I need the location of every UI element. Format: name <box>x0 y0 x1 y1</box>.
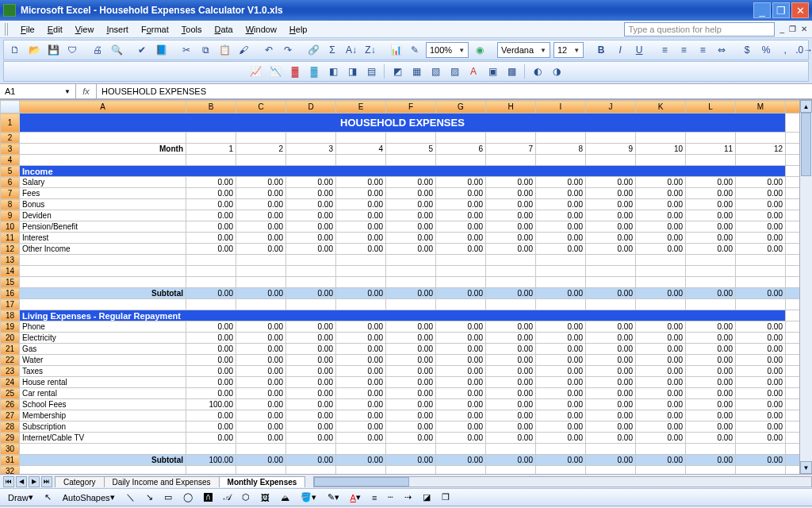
help-search-input[interactable]: Type a question for help <box>624 22 775 37</box>
row-header-3[interactable]: 3 <box>1 144 20 155</box>
living1-val[interactable]: 0.00 <box>736 421 786 433</box>
month-2[interactable]: 2 <box>236 144 286 155</box>
living1-val[interactable]: 0.00 <box>186 333 236 344</box>
row-header-24[interactable]: 24 <box>1 377 20 388</box>
income-val[interactable]: 0.00 <box>586 244 636 255</box>
income-subtotal-val[interactable]: 0.00 <box>486 288 536 299</box>
tab-category[interactable]: Category <box>55 476 105 487</box>
income-val[interactable]: 0.00 <box>236 188 286 199</box>
living1-val[interactable]: 0.00 <box>686 410 736 421</box>
living1-val[interactable]: 0.00 <box>186 344 236 355</box>
month-10[interactable]: 10 <box>636 144 686 155</box>
underline-icon[interactable]: U <box>631 42 647 58</box>
cell[interactable] <box>336 299 386 310</box>
living1-subtotal-val[interactable]: 0.00 <box>686 455 736 466</box>
income-val[interactable]: 0.00 <box>586 221 636 233</box>
living1-val[interactable]: 0.00 <box>586 388 636 399</box>
italic-icon[interactable]: I <box>612 42 628 58</box>
living1-val[interactable]: 0.00 <box>486 410 536 421</box>
cell[interactable] <box>336 133 386 144</box>
cell[interactable] <box>386 255 436 266</box>
living1-val[interactable]: 0.00 <box>386 344 436 355</box>
picture-icon[interactable]: ⛰ <box>278 491 293 505</box>
income-val[interactable]: 0.00 <box>536 244 586 255</box>
income-val[interactable]: 0.00 <box>336 244 386 255</box>
living1-val[interactable]: 0.00 <box>636 388 686 399</box>
living1-val[interactable]: 0.00 <box>336 333 386 344</box>
cell[interactable] <box>636 266 686 277</box>
menu-format[interactable]: Format <box>135 23 175 36</box>
research-icon[interactable]: 📘 <box>153 42 169 58</box>
income-val[interactable]: 0.00 <box>536 199 586 210</box>
living1-val[interactable]: 0.00 <box>686 388 736 399</box>
income-Deviden[interactable]: Deviden <box>20 210 186 221</box>
living1-val[interactable]: 0.00 <box>736 377 786 388</box>
close-button[interactable]: ✕ <box>791 2 809 18</box>
living1-Taxes[interactable]: Taxes <box>20 366 186 377</box>
income-val[interactable]: 0.00 <box>536 221 586 233</box>
living1-val[interactable]: 0.00 <box>486 333 536 344</box>
cell[interactable] <box>336 255 386 266</box>
select-all-corner[interactable] <box>1 101 20 114</box>
cell[interactable] <box>736 299 786 310</box>
cell[interactable] <box>286 155 336 166</box>
income-val[interactable]: 0.00 <box>236 199 286 210</box>
cell[interactable] <box>736 444 786 455</box>
comma-icon[interactable]: , <box>777 42 793 58</box>
living1-val[interactable]: 0.00 <box>586 355 636 366</box>
scroll-up-icon[interactable]: ▲ <box>800 100 812 113</box>
cell[interactable] <box>186 277 236 288</box>
cell[interactable] <box>436 133 486 144</box>
col-header-K[interactable]: K <box>636 101 686 114</box>
cell[interactable] <box>686 466 736 475</box>
cell[interactable] <box>436 277 486 288</box>
living1-val[interactable]: 0.00 <box>686 433 736 444</box>
income-val[interactable]: 0.00 <box>636 210 686 221</box>
living1-val[interactable]: 0.00 <box>636 399 686 410</box>
autoshapes-menu[interactable]: AutoShapes ▾ <box>59 491 118 505</box>
living1-val[interactable]: 0.00 <box>436 366 486 377</box>
cell[interactable] <box>436 266 486 277</box>
cell[interactable] <box>236 444 286 455</box>
cell[interactable] <box>686 255 736 266</box>
living1-val[interactable]: 0.00 <box>236 399 286 410</box>
living1-val[interactable]: 0.00 <box>336 388 386 399</box>
income-val[interactable]: 0.00 <box>486 244 536 255</box>
income-val[interactable]: 0.00 <box>286 244 336 255</box>
cell[interactable] <box>286 277 336 288</box>
living1-Car rental[interactable]: Car rental <box>20 388 186 399</box>
name-box[interactable]: A1▼ <box>0 84 76 98</box>
living1-val[interactable]: 0.00 <box>536 366 586 377</box>
sort-asc-icon[interactable]: A↓ <box>343 42 359 58</box>
cell[interactable] <box>686 444 736 455</box>
row-header-29[interactable]: 29 <box>1 433 20 444</box>
living1-val[interactable]: 0.00 <box>586 366 636 377</box>
merge-center-icon[interactable]: ⇔ <box>714 42 730 58</box>
menu-view[interactable]: View <box>69 23 101 36</box>
living1-val[interactable]: 0.00 <box>436 321 486 333</box>
paste-icon[interactable]: 📋 <box>216 42 232 58</box>
col-header-D[interactable]: D <box>286 101 336 114</box>
living1-val[interactable]: 0.00 <box>586 377 636 388</box>
income-val[interactable]: 0.00 <box>336 210 386 221</box>
redo-icon[interactable]: ↷ <box>280 42 296 58</box>
living1-val[interactable]: 0.00 <box>686 344 736 355</box>
cell[interactable] <box>586 277 636 288</box>
income-val[interactable]: 0.00 <box>236 177 286 188</box>
living1-val[interactable]: 0.00 <box>336 377 386 388</box>
income-val[interactable]: 0.00 <box>486 177 536 188</box>
chart-tb-icon-14[interactable]: ▩ <box>504 64 519 79</box>
income-val[interactable]: 0.00 <box>286 221 336 233</box>
cell[interactable] <box>536 466 586 475</box>
living1-val[interactable]: 0.00 <box>336 421 386 433</box>
line-icon[interactable]: ＼ <box>123 491 138 505</box>
tab-next-icon[interactable]: ▶ <box>29 476 40 487</box>
living1-val[interactable]: 0.00 <box>736 399 786 410</box>
income-val[interactable]: 0.00 <box>186 210 236 221</box>
income-val[interactable]: 0.00 <box>686 177 736 188</box>
cell[interactable] <box>286 133 336 144</box>
living1-val[interactable]: 0.00 <box>536 388 586 399</box>
tab-daily[interactable]: Daily Income and Expenses <box>104 476 220 487</box>
income-subtotal-val[interactable]: 0.00 <box>436 288 486 299</box>
living1-val[interactable]: 0.00 <box>586 399 636 410</box>
